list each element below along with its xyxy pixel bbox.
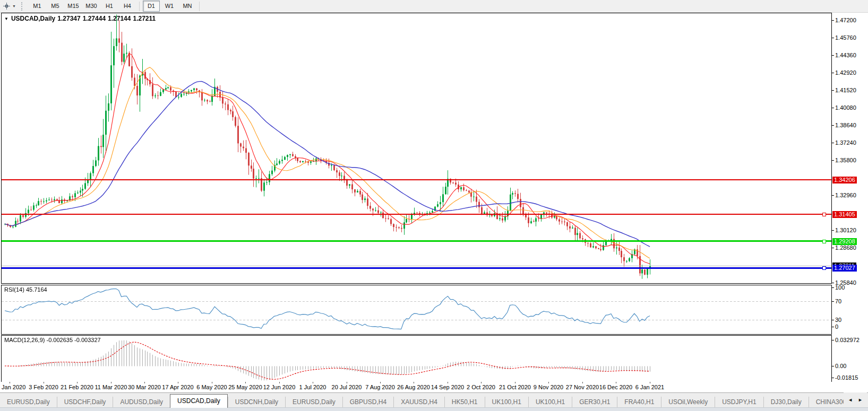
horizontal-level-line-1.34206[interactable] — [2, 179, 831, 180]
date-tick — [380, 382, 381, 383]
level-price-badge-1.31405: 1.31405 — [832, 211, 857, 218]
price-axis-label: 1.37240 — [835, 139, 856, 146]
date-axis-label: 21 Feb 2020 — [61, 384, 93, 390]
timeframe-button-mn[interactable]: MN — [179, 1, 196, 12]
level-price-badge-1.29208: 1.29208 — [832, 238, 857, 245]
rsi-chart-canvas[interactable] — [2, 285, 830, 333]
axis-tick — [832, 125, 834, 126]
date-tick — [245, 382, 246, 383]
chart-title: ▼USDCAD,Daily1.273471.274441.271441.2721… — [4, 15, 158, 22]
timeframe-button-m15[interactable]: M15 — [65, 1, 82, 12]
macd-axis-label: -0.01815 — [835, 374, 858, 381]
horizontal-level-line-1.31405[interactable] — [2, 214, 831, 215]
axis-tick — [832, 38, 834, 38]
date-tick — [481, 382, 482, 383]
axis-tick — [832, 248, 834, 248]
axis-tick — [832, 283, 834, 283]
date-axis-label: 25 May 2020 — [228, 384, 262, 390]
crosshair-tool-button[interactable]: ▼ — [3, 2, 16, 10]
axis-tick — [832, 320, 834, 320]
main-chart-panel[interactable]: ▼USDCAD,Daily1.273471.274441.271441.2721… — [1, 13, 832, 284]
chart-tab-eurusd-daily[interactable]: EURUSD,Daily — [285, 397, 342, 408]
date-tick — [616, 382, 616, 383]
price-axis-label: 1.40080 — [835, 104, 856, 111]
date-axis-label: 26 Aug 2020 — [397, 384, 430, 390]
chart-tab-usdchf-daily[interactable]: USDCHF,Daily — [57, 397, 113, 408]
date-tick — [548, 382, 549, 383]
chart-tab-ger30-h1[interactable]: GER30,H1 — [572, 397, 617, 408]
chart-tab-audusd-daily[interactable]: AUDUSD,Daily — [113, 397, 170, 408]
axis-tick — [832, 327, 834, 327]
chart-tab-dj30-daily[interactable]: DJ30,Daily — [763, 397, 809, 408]
rsi-axis-label: 30 — [835, 317, 841, 323]
date-axis-label: 1 Jul 2020 — [299, 384, 326, 390]
chart-tab-usoil-weekly[interactable]: USOil,Weekly — [661, 397, 715, 408]
status-strip — [0, 407, 868, 411]
axis-tick — [832, 55, 834, 56]
axis-tick — [832, 287, 834, 288]
timeframe-button-w1[interactable]: W1 — [161, 1, 178, 12]
date-axis-label: 2 Oct 2020 — [467, 384, 495, 390]
timeframe-button-m1[interactable]: M1 — [29, 1, 46, 12]
chart-tab-uk100-h1[interactable]: UK100,H1 — [485, 397, 528, 408]
collapse-ohlc-icon[interactable]: ▼ — [4, 16, 8, 21]
price-axis-label: 1.32960 — [835, 192, 856, 198]
tab-scroll-left-button[interactable]: ◄ — [845, 396, 855, 404]
toolbar-separator — [199, 2, 200, 11]
chart-tab-usdjpy-h1[interactable]: USDJPY,H1 — [715, 397, 763, 408]
price-axis-label: 1.35800 — [835, 157, 856, 163]
close-value: 1.27211 — [133, 15, 156, 22]
date-axis-label: 27 Nov 2020 — [566, 384, 599, 390]
chart-tab-gbpusd-h4[interactable]: GBPUSD,H4 — [342, 397, 393, 408]
price-axis-label: 1.28680 — [835, 244, 856, 251]
date-tick — [111, 382, 111, 383]
timeframe-button-d1[interactable]: D1 — [143, 1, 160, 12]
macd-indicator-panel[interactable]: MACD(12,26,9) -0.002635 -0.003327 — [1, 335, 832, 383]
rsi-axis-label: 100 — [835, 284, 845, 291]
chart-tab-eurusd-daily[interactable]: EURUSD,Daily — [0, 397, 57, 408]
chart-tab-uk100-h1[interactable]: UK100,H1 — [528, 397, 572, 408]
timeframe-button-m30[interactable]: M30 — [83, 1, 100, 12]
date-tick — [279, 382, 280, 383]
tab-scroll-right-button[interactable]: ► — [855, 396, 865, 404]
timeframe-toolbar: ▼ M1M5M15M30H1H4D1W1MN — [0, 0, 868, 13]
timeframe-button-m5[interactable]: M5 — [47, 1, 64, 12]
rsi-axis-label: 0 — [835, 323, 838, 330]
price-axis-label: 1.47200 — [835, 17, 856, 23]
price-axis-label: 1.45760 — [835, 34, 856, 41]
chart-tab-fra40-h1[interactable]: FRA40,H1 — [617, 397, 661, 408]
timeframe-button-h1[interactable]: H1 — [101, 1, 118, 12]
macd-chart-canvas[interactable] — [2, 336, 830, 381]
toolbar-separator — [139, 2, 140, 11]
chart-tab-usdcad-daily[interactable]: USDCAD,Daily — [170, 394, 228, 408]
timeframe-button-h4[interactable]: H4 — [119, 1, 136, 12]
date-tick — [44, 382, 44, 383]
crosshair-icon — [3, 2, 11, 10]
symbol-period-label: USDCAD,Daily — [11, 15, 55, 22]
chart-tab-usdcnh-daily[interactable]: USDCNH,Daily — [228, 397, 285, 408]
level-line-handle[interactable] — [822, 240, 826, 243]
axis-tick — [832, 143, 834, 143]
date-tick — [10, 382, 10, 383]
horizontal-level-line-1.27027[interactable] — [2, 267, 831, 269]
chart-tab-xauusd-h4[interactable]: XAUUSD,H4 — [393, 397, 444, 408]
current-bid-line — [2, 266, 831, 266]
level-line-handle[interactable] — [822, 213, 826, 216]
axis-tick — [832, 90, 834, 91]
date-axis-label: 7 Aug 2020 — [365, 384, 395, 390]
macd-axis-label: 0.032972 — [835, 337, 860, 343]
date-axis-label: 14 Sep 2020 — [431, 384, 464, 390]
rsi-indicator-panel[interactable]: RSI(14) 45.7164 — [1, 285, 832, 335]
toolbar-grip[interactable] — [21, 2, 24, 11]
rsi-axis-label: 70 — [835, 298, 841, 304]
horizontal-level-line-1.29208[interactable] — [2, 240, 831, 242]
price-axis-label: 1.42920 — [835, 69, 856, 76]
open-value: 1.27347 — [57, 15, 80, 22]
date-tick — [313, 382, 313, 383]
chart-tab-hk50-h1[interactable]: HK50,H1 — [444, 397, 485, 408]
low-value: 1.27144 — [108, 15, 131, 22]
chart-tab-bar: EURUSD,DailyUSDCHF,DailyAUDUSD,DailyUSDC… — [0, 392, 868, 408]
date-axis-label: 16 Dec 2020 — [599, 384, 632, 390]
level-line-handle[interactable] — [822, 266, 826, 270]
axis-tick — [832, 195, 834, 196]
